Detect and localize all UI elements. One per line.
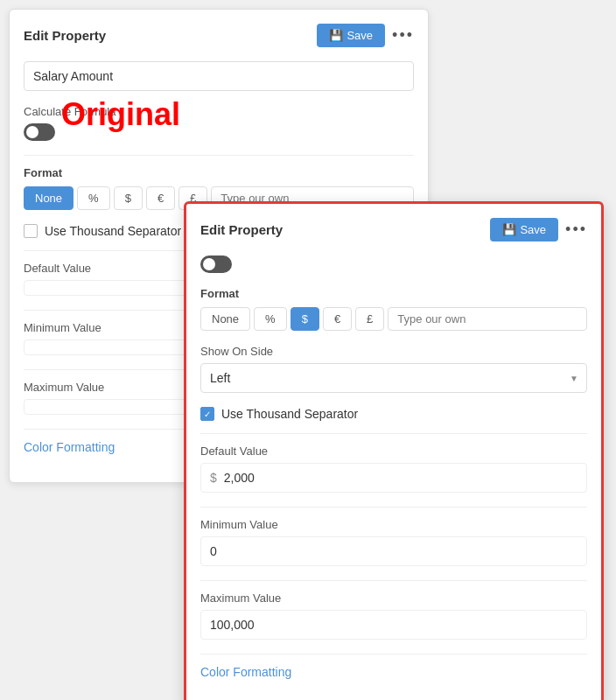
modified-toggle[interactable] — [200, 256, 232, 273]
modified-thousand-separator-row: ✓ Use Thousand Separator — [200, 407, 587, 421]
modified-format-custom-input[interactable] — [388, 307, 587, 331]
original-divider-1 — [24, 155, 414, 156]
modified-maximum-value-label: Maximum Value — [200, 592, 587, 605]
modified-format-pound-btn[interactable]: £ — [355, 307, 384, 331]
original-header: Edit Property 💾 Save ••• — [24, 24, 414, 47]
original-name-field — [24, 61, 414, 91]
modified-format-label: Format — [200, 287, 587, 300]
modified-panel: Edit Property 💾 Save ••• Format None % $… — [184, 201, 604, 700]
save-disk-icon: 💾 — [329, 29, 343, 42]
modified-minimum-value-section: Minimum Value 0 — [200, 518, 587, 566]
original-calculate-formula-row: Calculate Formula — [24, 105, 414, 141]
modified-divider-1 — [200, 433, 587, 434]
original-format-percent-btn[interactable]: % — [77, 186, 110, 210]
original-format-dollar-btn[interactable]: $ — [114, 186, 143, 210]
modified-header: Edit Property 💾 Save ••• — [200, 218, 587, 242]
original-format-label: Format — [24, 166, 414, 179]
modified-show-on-side-wrapper: Left Right — [200, 363, 587, 393]
original-color-formatting-label[interactable]: Color Formatting — [24, 440, 115, 454]
modified-more-button[interactable]: ••• — [565, 220, 587, 239]
original-more-button[interactable]: ••• — [392, 26, 414, 45]
original-format-euro-btn[interactable]: € — [146, 186, 175, 210]
modified-default-currency-symbol: $ — [210, 471, 217, 485]
modified-default-value-section: Default Value $ — [200, 444, 587, 493]
modified-format-section: Format None % $ € £ — [200, 287, 587, 331]
original-thousand-separator-checkbox[interactable] — [24, 224, 38, 238]
modified-toggle-row — [200, 256, 587, 273]
modified-show-on-side-label: Show On Side — [200, 345, 587, 358]
modified-color-formatting-section: Color Formatting — [200, 665, 587, 679]
modified-show-on-side-section: Show On Side Left Right — [200, 345, 587, 393]
modified-divider-3 — [200, 580, 587, 581]
modified-thousand-separator-label: Use Thousand Separator — [221, 407, 358, 421]
modified-format-dollar-btn[interactable]: $ — [290, 307, 319, 331]
modified-color-formatting-label[interactable]: Color Formatting — [200, 665, 291, 679]
modified-default-value-label: Default Value — [200, 444, 587, 458]
original-format-none-btn[interactable]: None — [24, 186, 74, 210]
modified-save-disk-icon: 💾 — [502, 223, 516, 236]
modified-format-none-btn[interactable]: None — [200, 307, 250, 331]
original-save-button[interactable]: 💾 Save — [317, 24, 385, 47]
modified-divider-4 — [200, 654, 587, 654]
modified-maximum-value: 100,000 — [200, 610, 587, 640]
modified-format-euro-btn[interactable]: € — [323, 307, 352, 331]
modified-header-actions: 💾 Save ••• — [490, 218, 587, 242]
modified-minimum-value: 0 — [200, 536, 587, 566]
original-thousand-separator-label: Use Thousand Separator — [45, 224, 181, 238]
modified-thousand-separator-checkbox[interactable]: ✓ — [200, 407, 214, 421]
modified-show-on-side-select[interactable]: Left Right — [200, 363, 587, 393]
original-toggle[interactable] — [24, 123, 55, 141]
modified-divider-2 — [200, 507, 587, 508]
modified-default-value-input[interactable] — [224, 471, 578, 485]
original-name-input[interactable] — [24, 61, 414, 91]
modified-format-percent-btn[interactable]: % — [254, 307, 287, 331]
modified-default-value-field: $ — [200, 463, 587, 493]
original-panel-title: Edit Property — [24, 28, 106, 43]
modified-save-button[interactable]: 💾 Save — [490, 218, 558, 242]
modified-minimum-value-label: Minimum Value — [200, 518, 587, 531]
modified-maximum-value-section: Maximum Value 100,000 — [200, 592, 587, 640]
original-header-actions: 💾 Save ••• — [317, 24, 414, 47]
modified-panel-title: Edit Property — [200, 222, 283, 237]
modified-format-row: None % $ € £ — [200, 307, 587, 331]
original-calculate-formula-label: Calculate Formula — [24, 105, 414, 118]
modified-more-icon: ••• — [565, 220, 587, 238]
more-icon: ••• — [392, 26, 414, 44]
